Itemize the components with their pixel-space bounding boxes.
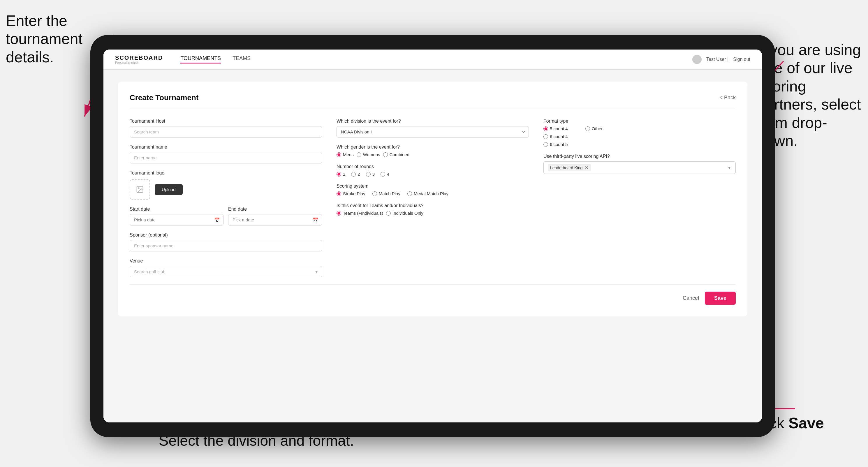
end-date-field: End date 📅 bbox=[228, 207, 322, 225]
rounds-label: Number of rounds bbox=[337, 164, 529, 169]
api-tag-value: Leaderboard King bbox=[550, 165, 583, 170]
form-section-right: Format type 5 count 4 6 count 4 bbox=[544, 119, 736, 277]
format-col-counts: 5 count 4 6 count 4 6 count 5 bbox=[544, 126, 568, 147]
format-6count4[interactable]: 6 count 4 bbox=[544, 134, 568, 139]
rounds-3-radio[interactable] bbox=[366, 172, 371, 177]
scoring-match-label: Match Play bbox=[379, 191, 400, 196]
upload-button[interactable]: Upload bbox=[155, 184, 183, 195]
division-label: Which division is the event for? bbox=[337, 119, 529, 124]
teams-field: Is this event for Teams and/or Individua… bbox=[337, 203, 529, 216]
scoring-medal-match[interactable]: Medal Match Play bbox=[407, 191, 448, 196]
venue-dropdown-icon: ▼ bbox=[314, 270, 318, 274]
gender-field: Which gender is the event for? Mens Wome… bbox=[337, 145, 529, 157]
format-6count5-radio[interactable] bbox=[544, 142, 548, 147]
gender-radio-group: Mens Womens Combined bbox=[337, 152, 529, 157]
start-date-input[interactable] bbox=[130, 214, 223, 225]
end-date-wrapper: 📅 bbox=[228, 214, 322, 225]
format-other-radio[interactable] bbox=[585, 126, 590, 131]
gender-combined-radio[interactable] bbox=[383, 152, 388, 157]
format-type-label: Format type bbox=[544, 119, 736, 124]
end-date-input[interactable] bbox=[228, 214, 322, 225]
api-label: Use third-party live scoring API? bbox=[544, 154, 736, 159]
rounds-2-radio[interactable] bbox=[351, 172, 356, 177]
logo-placeholder bbox=[130, 179, 150, 199]
start-date-label: Start date bbox=[130, 207, 223, 212]
scoring-medal-match-label: Medal Match Play bbox=[414, 191, 448, 196]
gender-womens[interactable]: Womens bbox=[356, 152, 380, 157]
nav-teams[interactable]: TEAMS bbox=[232, 55, 251, 63]
gender-mens-label: Mens bbox=[343, 152, 354, 157]
api-dropdown-arrow-icon: ▼ bbox=[727, 165, 731, 170]
gender-mens-radio[interactable] bbox=[337, 152, 341, 157]
start-date-wrapper: 📅 bbox=[130, 214, 223, 225]
form-footer: Cancel Save bbox=[130, 284, 736, 305]
venue-wrapper: ▼ bbox=[130, 266, 322, 277]
venue-input[interactable] bbox=[130, 266, 322, 277]
rounds-2[interactable]: 2 bbox=[351, 172, 360, 177]
format-5count4[interactable]: 5 count 4 bbox=[544, 126, 568, 131]
save-button[interactable]: Save bbox=[705, 291, 736, 305]
gender-label: Which gender is the event for? bbox=[337, 145, 529, 150]
form-section-middle: Which division is the event for? NCAA Di… bbox=[337, 119, 529, 277]
teams-plus-label: Teams (+Individuals) bbox=[343, 211, 383, 216]
gender-combined[interactable]: Combined bbox=[383, 152, 409, 157]
rounds-4-label: 4 bbox=[387, 172, 389, 177]
format-6count4-radio[interactable] bbox=[544, 134, 548, 139]
api-tag-remove[interactable]: ✕ bbox=[585, 165, 589, 170]
scoring-field: Scoring system Stroke Play Match Play Me… bbox=[337, 184, 529, 196]
format-6count5[interactable]: 6 count 5 bbox=[544, 142, 568, 147]
nav-right: Test User | Sign out bbox=[692, 55, 750, 64]
back-link[interactable]: Back bbox=[719, 95, 736, 101]
tournament-host-field: Tournament Host bbox=[130, 119, 322, 137]
scoring-medal-match-radio[interactable] bbox=[407, 191, 412, 196]
rounds-1-radio[interactable] bbox=[337, 172, 341, 177]
rounds-1-label: 1 bbox=[343, 172, 345, 177]
format-6count5-label: 6 count 5 bbox=[550, 142, 568, 147]
tournament-logo-field: Tournament logo Upload bbox=[130, 170, 322, 199]
logo-upload-area: Upload bbox=[130, 179, 322, 199]
scoring-match[interactable]: Match Play bbox=[372, 191, 400, 196]
individuals-only-radio[interactable] bbox=[386, 211, 391, 216]
rounds-4[interactable]: 4 bbox=[380, 172, 389, 177]
rounds-1[interactable]: 1 bbox=[337, 172, 345, 177]
format-other[interactable]: Other bbox=[585, 126, 603, 131]
teams-plus-individuals[interactable]: Teams (+Individuals) bbox=[337, 211, 383, 216]
scoring-stroke-label: Stroke Play bbox=[343, 191, 365, 196]
scoring-match-radio[interactable] bbox=[372, 191, 377, 196]
individuals-only[interactable]: Individuals Only bbox=[386, 211, 423, 216]
tournament-logo-label: Tournament logo bbox=[130, 170, 322, 176]
logo-title: SCOREBOARD bbox=[115, 55, 163, 61]
rounds-3-label: 3 bbox=[372, 172, 375, 177]
tournament-name-input[interactable] bbox=[130, 152, 322, 163]
format-5count4-label: 5 count 4 bbox=[550, 126, 568, 131]
sponsor-input[interactable] bbox=[130, 240, 322, 251]
gender-mens[interactable]: Mens bbox=[337, 152, 354, 157]
svg-point-9 bbox=[138, 188, 139, 189]
division-select-wrapper: NCAA Division I bbox=[337, 126, 529, 137]
format-5count4-radio[interactable] bbox=[544, 126, 548, 131]
end-date-calendar-icon: 📅 bbox=[313, 217, 318, 223]
teams-label: Is this event for Teams and/or Individua… bbox=[337, 203, 529, 208]
scoring-stroke-radio[interactable] bbox=[337, 191, 341, 196]
rounds-4-radio[interactable] bbox=[380, 172, 385, 177]
tournament-name-label: Tournament name bbox=[130, 145, 322, 150]
form-grid: Tournament Host Tournament name Tourname… bbox=[130, 119, 736, 277]
user-label: Test User | bbox=[706, 57, 728, 62]
rounds-field: Number of rounds 1 2 3 bbox=[337, 164, 529, 177]
rounds-radio-group: 1 2 3 4 bbox=[337, 172, 529, 177]
cancel-button[interactable]: Cancel bbox=[683, 295, 699, 301]
tournament-host-input[interactable] bbox=[130, 126, 322, 137]
gender-womens-radio[interactable] bbox=[356, 152, 361, 157]
teams-plus-radio[interactable] bbox=[337, 211, 341, 216]
rounds-3[interactable]: 3 bbox=[366, 172, 375, 177]
api-input-wrapper[interactable]: Leaderboard King ✕ ▼ bbox=[544, 161, 736, 174]
scoring-stroke[interactable]: Stroke Play bbox=[337, 191, 365, 196]
nav-tournaments[interactable]: TOURNAMENTS bbox=[180, 55, 221, 63]
logo-sub: Powered by clippi bbox=[115, 61, 163, 64]
app-content: Create Tournament Back Tournament Host bbox=[103, 70, 762, 423]
app-logo: SCOREBOARD Powered by clippi bbox=[115, 55, 163, 64]
end-date-label: End date bbox=[228, 207, 322, 212]
signout-link[interactable]: Sign out bbox=[733, 57, 750, 62]
start-date-calendar-icon: 📅 bbox=[214, 217, 220, 223]
division-select[interactable]: NCAA Division I bbox=[337, 126, 529, 137]
